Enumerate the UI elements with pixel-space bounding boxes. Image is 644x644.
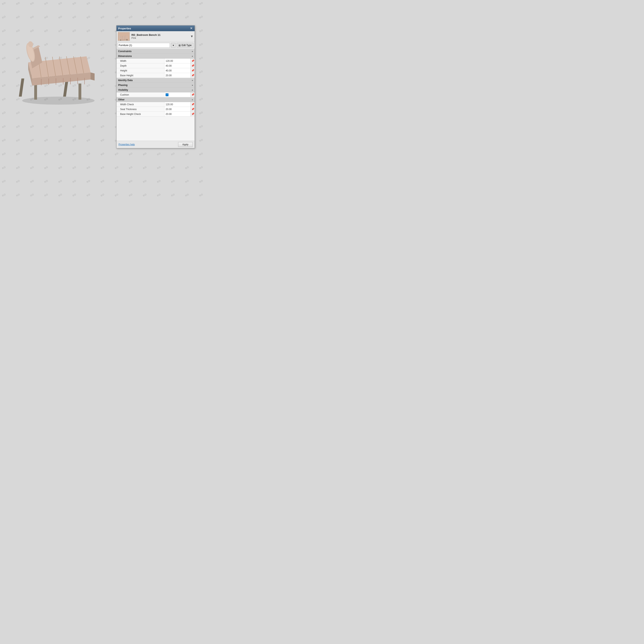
- object-name: RD_Bedroom Bench 11: [131, 33, 189, 37]
- svg-marker-28: [91, 72, 95, 81]
- object-dropdown-arrow[interactable]: ▼: [190, 35, 193, 38]
- prop-label-width: Width: [117, 59, 164, 63]
- prop-value-base-height[interactable]: 20.00: [164, 73, 191, 78]
- svg-rect-4: [78, 84, 81, 100]
- prop-checkbox-cushion[interactable]: ✓: [164, 92, 191, 97]
- prop-value-width-check[interactable]: 120.00: [164, 102, 191, 107]
- prop-label-base-height: Base Height: [117, 73, 164, 78]
- svg-point-0: [22, 97, 95, 105]
- prop-pin-height[interactable]: 📌: [191, 68, 195, 73]
- props-spacer: [117, 117, 195, 141]
- properties-help-link[interactable]: Properties help: [119, 143, 135, 146]
- prop-pin-width-check[interactable]: 📌: [191, 102, 195, 107]
- prop-row-base-height-check: Base Height Check 20.00 📌: [117, 112, 195, 117]
- prop-row-depth: Depth 40.00 📌: [117, 63, 195, 68]
- properties-panel: Properties ✕ RD_Bedroom Bench 11 Pink ▼: [116, 25, 195, 148]
- section-other-label: Other: [118, 98, 125, 101]
- section-constraints[interactable]: Constraints »: [117, 49, 195, 54]
- prop-value-seat-thickness[interactable]: 20.00: [164, 107, 191, 111]
- section-dimensions[interactable]: Dimensions «: [117, 54, 195, 59]
- section-dimensions-chevron: «: [192, 55, 193, 57]
- prop-label-height: Height: [117, 68, 164, 73]
- scene-area: [0, 0, 117, 157]
- object-info-row: RD_Bedroom Bench 11 Pink ▼: [117, 31, 195, 42]
- section-other-chevron: «: [192, 98, 193, 101]
- panel-footer: Properties help Apply: [117, 141, 195, 148]
- prop-label-base-height-check: Base Height Check: [117, 112, 164, 116]
- panel-title: Properties: [118, 27, 131, 30]
- section-constraints-chevron: »: [192, 50, 193, 53]
- section-identity-chevron: »: [192, 79, 193, 82]
- prop-value-height[interactable]: 40.00: [164, 68, 191, 73]
- prop-pin-depth[interactable]: 📌: [191, 63, 195, 68]
- cushion-checkbox[interactable]: ✓: [166, 93, 168, 96]
- svg-rect-1: [19, 78, 24, 97]
- prop-value-width[interactable]: 120.00: [164, 59, 191, 63]
- object-thumbnail: [118, 32, 130, 41]
- section-visibility-label: Visibility: [118, 89, 128, 91]
- edit-type-label: Edit Type: [182, 44, 192, 47]
- section-phasing[interactable]: Phasing »: [117, 83, 195, 88]
- bench-3d-view: [12, 16, 109, 113]
- section-dimensions-label: Dimensions: [118, 55, 132, 58]
- svg-rect-35: [120, 40, 121, 40]
- apply-button[interactable]: Apply: [178, 142, 193, 147]
- prop-pin-width[interactable]: 📌: [191, 59, 195, 63]
- prop-label-cushion: Cushion: [117, 92, 164, 97]
- svg-rect-36: [127, 39, 127, 40]
- panel-titlebar: Properties ✕: [117, 26, 195, 31]
- prop-label-depth: Depth: [117, 63, 164, 68]
- prop-row-seat-thickness: Seat Thickness 20.00 📌: [117, 107, 195, 112]
- prop-value-base-height-check[interactable]: 20.00: [164, 112, 191, 116]
- props-table: Constraints » Dimensions « Width 120.00 …: [117, 49, 195, 141]
- section-visibility[interactable]: Visibility «: [117, 88, 195, 92]
- prop-row-base-height: Base Height 20.00 📌: [117, 73, 195, 78]
- category-dropdown-button[interactable]: ▼: [171, 43, 175, 48]
- section-phasing-label: Phasing: [118, 84, 128, 87]
- section-other[interactable]: Other «: [117, 97, 195, 102]
- object-subname: Pink: [131, 37, 189, 39]
- category-select[interactable]: Furniture (1): [118, 43, 170, 48]
- prop-row-width-check: Width Check 120.00 📌: [117, 102, 195, 107]
- prop-row-width: Width 120.00 📌: [117, 59, 195, 63]
- prop-row-cushion: Cushion ✓ 📌: [117, 92, 195, 97]
- section-constraints-label: Constraints: [118, 50, 132, 53]
- section-phasing-chevron: »: [192, 84, 193, 86]
- prop-pin-cushion[interactable]: 📌: [191, 92, 195, 97]
- prop-pin-base-height[interactable]: 📌: [191, 73, 195, 78]
- prop-pin-base-height-check[interactable]: 📌: [191, 112, 195, 116]
- section-identity[interactable]: Identity Data »: [117, 78, 195, 83]
- edit-type-icon: ⊞: [179, 44, 181, 47]
- prop-row-height: Height 40.00 📌: [117, 68, 195, 73]
- category-row: Furniture (1) ▼ ⊞ Edit Type: [117, 42, 195, 49]
- edit-type-button[interactable]: ⊞ Edit Type: [177, 43, 193, 48]
- section-visibility-chevron: «: [192, 89, 193, 91]
- prop-pin-seat-thickness[interactable]: 📌: [191, 107, 195, 111]
- prop-label-seat-thickness: Seat Thickness: [117, 107, 164, 111]
- svg-rect-3: [34, 84, 37, 100]
- close-button[interactable]: ✕: [190, 27, 193, 30]
- section-identity-label: Identity Data: [118, 79, 133, 82]
- prop-value-depth[interactable]: 40.00: [164, 63, 191, 68]
- prop-label-width-check: Width Check: [117, 102, 164, 107]
- object-name-block: RD_Bedroom Bench 11 Pink: [131, 33, 189, 40]
- svg-point-37: [119, 35, 120, 39]
